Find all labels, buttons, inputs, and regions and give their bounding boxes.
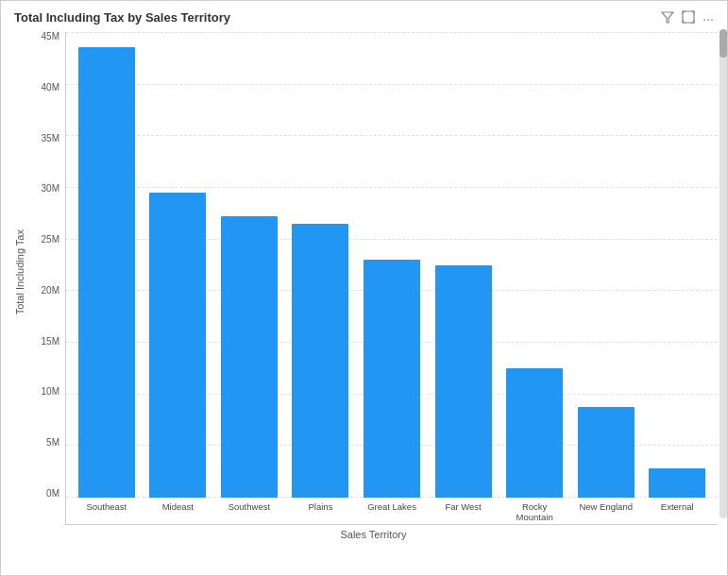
x-label: Southeast [74, 498, 140, 524]
more-icon[interactable]: ··· [703, 11, 714, 26]
y-axis-label: Total Including Tax [10, 229, 29, 314]
bar[interactable] [292, 224, 348, 498]
y-tick: 20M [42, 286, 59, 296]
bar-group[interactable] [288, 32, 354, 498]
chart-plot-area: 45M40M35M30M25M20M15M10M5M0M SoutheastMi… [29, 32, 718, 525]
x-axis-label: Sales Territory [29, 525, 718, 540]
x-labels: SoutheastMideastSouthwestPlainsGreat Lak… [66, 498, 718, 524]
bar-group[interactable] [145, 32, 212, 498]
bar-group[interactable] [645, 32, 711, 498]
y-tick: 40M [42, 83, 59, 93]
y-tick: 0M [46, 489, 59, 499]
x-label: Plains [288, 498, 354, 524]
y-tick: 5M [46, 438, 59, 448]
y-tick: 15M [42, 337, 59, 347]
bar[interactable] [221, 216, 278, 498]
bar-group[interactable] [501, 32, 567, 498]
y-axis: 45M40M35M30M25M20M15M10M5M0M [29, 32, 65, 525]
x-label: Rocky Mountain [501, 498, 567, 524]
expand-icon[interactable] [682, 10, 695, 26]
chart-title: Total Including Tax by Sales Territory [14, 10, 230, 25]
svg-rect-1 [683, 11, 694, 23]
scrollbar[interactable] [720, 29, 727, 518]
bar[interactable] [578, 407, 635, 498]
chart-inner: 45M40M35M30M25M20M15M10M5M0M SoutheastMi… [29, 32, 718, 540]
x-label: External [645, 498, 711, 524]
chart-body: Total Including Tax 45M40M35M30M25M20M15… [10, 32, 718, 540]
bar[interactable] [78, 47, 135, 498]
svg-marker-0 [662, 12, 673, 23]
bar-group[interactable] [431, 32, 497, 498]
bar[interactable] [364, 260, 420, 498]
bar-group[interactable] [359, 32, 425, 498]
bar[interactable] [149, 193, 206, 498]
bar[interactable] [506, 368, 563, 498]
x-label: Great Lakes [359, 498, 425, 524]
bars-wrapper [66, 32, 718, 498]
chart-container: Total Including Tax by Sales Territory ·… [0, 0, 728, 576]
bars-area: SoutheastMideastSouthwestPlainsGreat Lak… [65, 32, 718, 525]
bar-group[interactable] [216, 32, 282, 498]
y-tick: 35M [42, 134, 59, 144]
chart-header: Total Including Tax by Sales Territory ·… [10, 10, 718, 26]
y-tick: 10M [42, 387, 59, 397]
x-label: Southwest [216, 498, 282, 524]
x-label: New England [573, 498, 639, 524]
bar-group[interactable] [74, 32, 140, 498]
y-tick: 25M [42, 235, 59, 245]
y-tick: 45M [42, 32, 59, 42]
bar[interactable] [435, 265, 492, 499]
filter-icon[interactable] [661, 10, 674, 26]
x-label: Mideast [145, 498, 212, 524]
x-label: Far West [431, 498, 497, 524]
y-tick: 30M [42, 184, 59, 194]
bar-group[interactable] [573, 32, 639, 498]
bar[interactable] [649, 468, 705, 498]
chart-icons: ··· [661, 10, 714, 26]
scrollbar-thumb[interactable] [720, 29, 727, 58]
